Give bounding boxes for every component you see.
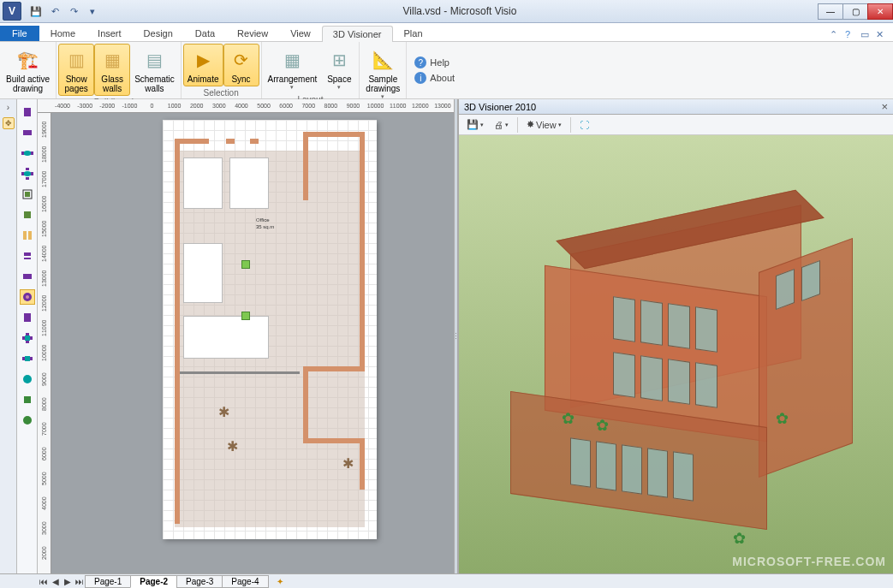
undo-icon[interactable]: ↶ xyxy=(46,3,63,20)
wall[interactable] xyxy=(250,139,259,144)
window-controls: — ▢ ✕ xyxy=(819,3,893,20)
animate-button[interactable]: ▶ Animate xyxy=(183,44,223,86)
sample-drawings-button[interactable]: 📐 Sample drawings ▾ xyxy=(361,44,404,103)
add-page-button[interactable]: ✦ xyxy=(272,577,288,586)
qat-customize-icon[interactable]: ▾ xyxy=(84,3,101,20)
show-pages-button[interactable]: ▥ Show pages xyxy=(58,44,94,96)
sync-button[interactable]: ⟳ Sync xyxy=(223,44,259,86)
tab-design[interactable]: Design xyxy=(133,25,184,41)
shapes-pane-collapse[interactable]: › ✥ xyxy=(0,99,17,573)
view-mode-button[interactable]: ✸ View ▾ xyxy=(522,116,566,133)
wall[interactable] xyxy=(226,139,235,144)
stencil-shape[interactable] xyxy=(20,207,35,223)
wall[interactable] xyxy=(303,132,365,137)
room-block[interactable] xyxy=(183,243,223,303)
ribbon-group-building-plan: ▥ Show pages ▦ Glass walls ▤ Schematic w… xyxy=(57,42,182,98)
chevron-right-icon[interactable]: › xyxy=(7,103,9,112)
tab-insert[interactable]: Insert xyxy=(86,25,133,41)
wall[interactable] xyxy=(303,438,365,443)
help-icon[interactable]: ? xyxy=(845,29,857,41)
stencil-shape[interactable] xyxy=(20,330,35,346)
page-next-button[interactable]: ▶ xyxy=(62,575,74,587)
maximize-button[interactable]: ▢ xyxy=(842,3,868,20)
space-icon: ⊞ xyxy=(325,46,353,74)
schematic-walls-button[interactable]: ▤ Schematic walls xyxy=(130,44,179,96)
room-block[interactable] xyxy=(183,316,269,359)
space-button[interactable]: ⊞ Space ▾ xyxy=(321,44,357,93)
page-tab-active[interactable]: Page-2 xyxy=(130,575,177,588)
build-active-drawing-button[interactable]: 🏗️ Build active drawing xyxy=(2,44,54,96)
star-icon[interactable]: ✱ xyxy=(226,440,238,452)
tab-home[interactable]: Home xyxy=(39,25,86,41)
close-button[interactable]: ✕ xyxy=(867,3,893,20)
wall[interactable] xyxy=(360,438,365,490)
stencil-shape[interactable] xyxy=(20,146,35,161)
pointer-tool-icon[interactable]: ✥ xyxy=(3,117,15,129)
stencil-shape[interactable] xyxy=(20,228,35,243)
stencil-shape[interactable] xyxy=(20,187,35,202)
stencil-shape[interactable] xyxy=(20,125,35,140)
about-button[interactable]: i About xyxy=(412,71,457,85)
wall[interactable] xyxy=(360,132,365,371)
save-icon[interactable]: 💾 xyxy=(27,3,45,20)
stencil-shape[interactable] xyxy=(20,413,35,428)
page-last-button[interactable]: ⏭ xyxy=(74,575,86,587)
wall[interactable] xyxy=(303,366,365,371)
animate-icon: ▶ xyxy=(189,46,217,74)
stencil-shape[interactable] xyxy=(20,269,35,284)
stencil-shape[interactable] xyxy=(20,310,35,325)
fullscreen-3d-button[interactable]: ⛶ xyxy=(575,117,593,133)
chevron-down-icon: ▾ xyxy=(290,84,294,91)
window-close-icon[interactable]: ✕ xyxy=(876,29,888,41)
redo-icon[interactable]: ↷ xyxy=(65,3,82,20)
svg-rect-30 xyxy=(24,396,31,403)
page-first-button[interactable]: ⏮ xyxy=(38,575,50,587)
ribbon-group-layout: ▦ Arrangement ▾ ⊞ Space ▾ Layout xyxy=(262,42,360,98)
drawing-page[interactable]: Office 35 sq.m ✱ ✱ ✱ xyxy=(163,120,377,539)
save-3d-button[interactable]: 💾▾ xyxy=(462,116,488,133)
help-button[interactable]: ? Help xyxy=(412,56,457,69)
arrangement-button[interactable]: ▦ Arrangement ▾ xyxy=(264,44,322,93)
canvas-viewport[interactable]: Office 35 sq.m ✱ ✱ ✱ xyxy=(51,113,454,573)
file-tab[interactable]: File xyxy=(0,26,39,41)
page-prev-button[interactable]: ◀ xyxy=(50,575,62,587)
tab-3d-visioner[interactable]: 3D Visioner xyxy=(322,26,393,42)
plant-icon: ✿ xyxy=(596,416,611,431)
window-restore-icon[interactable]: ▭ xyxy=(860,29,872,41)
star-icon[interactable]: ✱ xyxy=(217,406,229,418)
marker-icon[interactable] xyxy=(241,312,250,320)
minimize-button[interactable]: — xyxy=(818,3,843,20)
tab-view[interactable]: View xyxy=(279,25,322,41)
wall[interactable] xyxy=(303,132,308,200)
tab-data[interactable]: Data xyxy=(184,25,226,41)
room-block[interactable] xyxy=(229,157,269,209)
page-tab[interactable]: Page-4 xyxy=(222,575,268,588)
ribbon-minimize-icon[interactable]: ⌃ xyxy=(830,29,842,41)
help-icon: ? xyxy=(414,56,426,68)
wall[interactable] xyxy=(175,139,180,524)
stencil-shape[interactable] xyxy=(20,166,35,181)
star-icon[interactable]: ✱ xyxy=(342,457,354,469)
panel-close-icon[interactable]: × xyxy=(881,100,888,113)
svg-rect-12 xyxy=(24,211,31,218)
stencil-shape[interactable] xyxy=(20,248,35,264)
wall[interactable] xyxy=(175,139,209,144)
print-3d-button[interactable]: 🖨▾ xyxy=(490,117,513,133)
stencil-shape[interactable] xyxy=(20,104,35,120)
chevron-down-icon: ▾ xyxy=(337,84,341,91)
stencil-shape[interactable] xyxy=(20,371,35,387)
page-tab[interactable]: Page-3 xyxy=(176,575,223,588)
wall[interactable] xyxy=(303,366,308,443)
page-tab[interactable]: Page-1 xyxy=(85,575,131,588)
glass-walls-button[interactable]: ▦ Glass walls xyxy=(94,44,130,96)
wall-divider[interactable] xyxy=(180,371,300,374)
tab-plan[interactable]: Plan xyxy=(393,25,434,41)
stencil-shape[interactable] xyxy=(20,392,35,407)
tab-review[interactable]: Review xyxy=(226,25,279,41)
3d-viewport[interactable]: ✿ ✿ ✿ ✿ MICROSOFT-FREE.COM xyxy=(459,135,893,573)
stencil-shape[interactable] xyxy=(20,351,35,366)
room-block[interactable] xyxy=(183,157,223,209)
marker-icon[interactable] xyxy=(241,260,250,269)
svg-rect-25 xyxy=(26,341,29,343)
stencil-shape-selected[interactable] xyxy=(20,289,35,305)
